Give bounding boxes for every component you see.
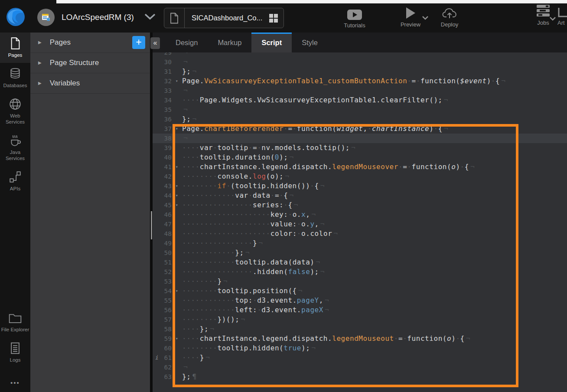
fold-gutter xyxy=(172,277,182,286)
code-text[interactable]: ¬ xyxy=(182,134,567,143)
artifacts-button-partial[interactable]: Art xyxy=(557,4,567,26)
scrollbar-thumb[interactable] xyxy=(151,211,152,239)
wavemaker-logo-icon[interactable] xyxy=(4,5,27,28)
add-page-button[interactable]: + xyxy=(132,36,145,49)
panel-section-variables[interactable]: ▶Variables xyxy=(30,73,150,94)
fold-arrow-icon[interactable]: ▾ xyxy=(172,286,182,296)
tab-script[interactable]: Script xyxy=(251,33,292,52)
code-text[interactable]: ····chartInstance.legend.dispatch.legend… xyxy=(182,334,567,343)
chevron-down-icon[interactable] xyxy=(143,13,156,22)
preview-chevron-down-icon[interactable] xyxy=(421,14,429,22)
code-text[interactable]: ····tooltip.duration(0);¬ xyxy=(182,153,567,162)
fold-gutter xyxy=(172,267,182,277)
collapsed-triangle-icon[interactable]: ▶ xyxy=(38,60,42,65)
code-text[interactable]: ········}¬ xyxy=(182,277,567,286)
code-text[interactable]: ············var·data·=·{¬ xyxy=(182,191,567,200)
panel-section-label: Page Structure xyxy=(50,59,99,67)
sidebar-item-java-services[interactable]: Java Services xyxy=(0,130,30,166)
tab-design[interactable]: Design xyxy=(166,33,208,52)
script-editor[interactable]: 29¬30¬31};¬32▾Page.VwSicasurveyException… xyxy=(153,52,567,392)
code-text[interactable]: Page.VwSicasurveyExceptionTable1_customB… xyxy=(182,76,567,86)
code-text[interactable]: };¬ xyxy=(182,114,567,124)
deploy-button[interactable]: Deploy xyxy=(436,6,463,28)
code-text[interactable]: ····}¬ xyxy=(182,353,567,363)
tutorials-button[interactable]: Tutorials xyxy=(342,7,368,29)
fold-gutter xyxy=(172,372,182,382)
code-text[interactable]: ················series:·{¬ xyxy=(182,200,567,210)
code-line-41: 41▾····chartInstance.legend.dispatch.leg… xyxy=(153,162,567,172)
code-text[interactable]: ····················key:·o.x,¬ xyxy=(182,210,567,219)
collapsed-triangle-icon[interactable]: ▶ xyxy=(38,40,42,45)
line-number: 62 xyxy=(153,363,172,372)
sidebar-item-pages[interactable]: Pages xyxy=(0,33,30,63)
code-text[interactable]: ¬ xyxy=(182,105,567,114)
code-text[interactable]: ····};¬ xyxy=(182,324,567,334)
fold-gutter xyxy=(172,343,182,353)
grid-icon[interactable] xyxy=(269,14,278,23)
code-text[interactable]: ················.hidden(false);¬ xyxy=(182,267,567,277)
line-number: 30 xyxy=(153,57,172,67)
fold-arrow-icon[interactable]: ▾ xyxy=(172,162,182,172)
line-number: 52 xyxy=(153,267,172,277)
cloud-upload-icon xyxy=(436,6,463,20)
panel-section-pages[interactable]: ▶Pages+ xyxy=(30,33,150,53)
fold-arrow-icon[interactable]: ▾ xyxy=(172,334,182,343)
jobs-chevron-down-icon[interactable] xyxy=(549,15,557,23)
tab-style[interactable]: Style xyxy=(292,33,328,52)
panel-section-page-structure[interactable]: ▶Page Structure xyxy=(30,53,150,73)
line-number: 46 xyxy=(153,210,172,219)
fold-arrow-icon[interactable]: ▾ xyxy=(172,191,182,200)
fold-arrow-icon[interactable]: ▾ xyxy=(172,200,182,210)
code-text[interactable]: ····chartInstance.legend.dispatch.legend… xyxy=(182,162,567,172)
code-text[interactable]: ········tooltip.hidden(true);¬ xyxy=(182,343,567,353)
fold-arrow-icon[interactable]: ▾ xyxy=(172,76,182,86)
code-text[interactable]: ················}¬ xyxy=(182,238,567,248)
tab-markup[interactable]: Markup xyxy=(208,33,251,52)
deploy-label: Deploy xyxy=(441,21,458,28)
collapsed-triangle-icon[interactable]: ▶ xyxy=(38,81,42,85)
line-number: 33 xyxy=(153,86,172,95)
code-text[interactable]: ¬ xyxy=(182,86,567,95)
code-text[interactable]: ····················color:·o.color¬ xyxy=(182,229,567,238)
code-text[interactable]: ¬ xyxy=(182,52,567,57)
code-text[interactable]: ¬ xyxy=(182,363,567,372)
line-number: 45 xyxy=(153,200,172,210)
more-menu-button[interactable]: ••• xyxy=(0,379,30,386)
open-page-tab[interactable]: SICADashboard_Co... xyxy=(164,8,284,28)
fold-arrow-icon[interactable]: ▾ xyxy=(172,124,182,134)
code-text[interactable]: ········tooltip.position({¬ xyxy=(182,286,567,296)
code-text[interactable]: ········console.log(o);¬ xyxy=(182,172,567,181)
line-number: 29 xyxy=(153,52,172,57)
code-text[interactable]: ············};¬ xyxy=(182,248,567,258)
logs-icon xyxy=(0,342,30,355)
code-text[interactable]: };¶ xyxy=(182,372,567,382)
sidebar-item-apis[interactable]: APIs xyxy=(0,166,30,196)
top-header: LOArcSpeedRM (3) SICADashboard_Co... Tut… xyxy=(0,0,567,33)
line-number: 35 xyxy=(153,105,172,114)
code-text[interactable]: ········})();¬ xyxy=(182,315,567,324)
code-text[interactable]: ····················value:·o.y,¬ xyxy=(182,219,567,229)
collapse-panel-button[interactable]: « xyxy=(150,37,160,49)
code-line-44: 44▾············var·data·=·{¬ xyxy=(153,191,567,200)
code-text[interactable]: ············top:·d3.event.pageY,¬ xyxy=(182,296,567,305)
code-text[interactable]: ¬ xyxy=(182,57,567,67)
line-number: 47 xyxy=(153,219,172,229)
fold-arrow-icon[interactable]: ▾ xyxy=(172,181,182,191)
code-text[interactable]: Page.chart1Beforerender·=·function(widge… xyxy=(182,124,567,134)
sidebar-item-logs[interactable]: Logs xyxy=(0,337,30,368)
sidebar-item-label: Java Services xyxy=(0,149,30,161)
sidebar-item-file-explorer[interactable]: File Explorer xyxy=(0,308,30,337)
code-text[interactable]: };¬ xyxy=(182,67,567,76)
api-icon xyxy=(0,170,30,183)
code-text[interactable]: ····Page.Widgets.VwSicasurveyExceptionTa… xyxy=(182,95,567,105)
code-text[interactable]: ············left:·d3.event.pageX¬ xyxy=(182,305,567,315)
sidebar-item-databases[interactable]: Databases xyxy=(0,63,30,93)
code-line-57: 57········})();¬ xyxy=(153,315,567,324)
info-marker-icon[interactable]: i xyxy=(155,353,159,363)
project-selector[interactable]: LOArcSpeedRM (3) xyxy=(37,9,156,26)
code-text[interactable]: ········if·(tooltip.hidden())·{¬ xyxy=(182,181,567,191)
sidebar-item-web-services[interactable]: Web Services xyxy=(0,93,30,130)
code-text[interactable]: ····var·tooltip·=·nv.models.tooltip();¬ xyxy=(182,143,567,153)
code-text[interactable]: ············tooltip.data(data)¬ xyxy=(182,258,567,267)
code-line-31: 31};¬ xyxy=(153,67,567,76)
